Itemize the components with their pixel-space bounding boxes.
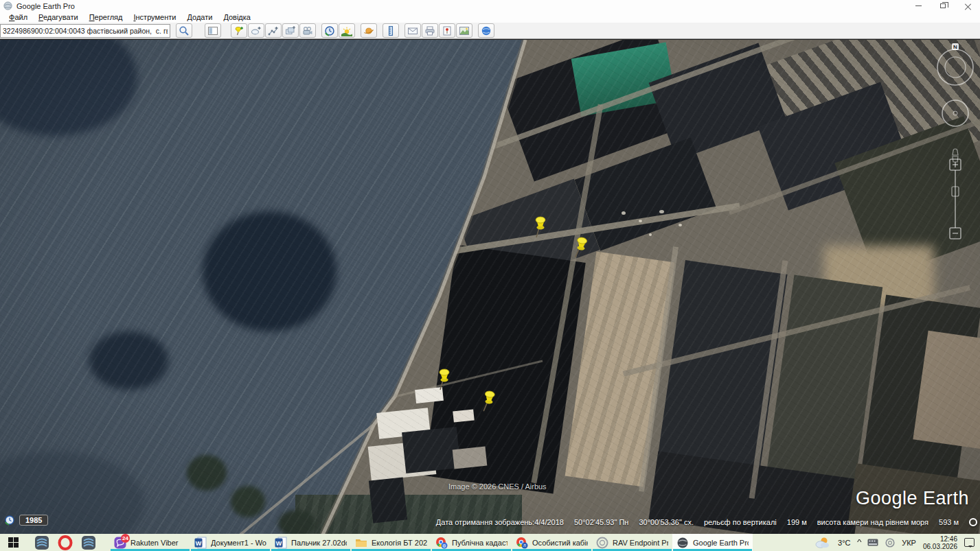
title-bar: Google Earth Pro [0,0,980,12]
compass-ring [937,49,973,85]
taskbar: 24 Rakuten Viber W Документ1 - Word W Па… [0,534,980,551]
start-button[interactable] [0,534,26,551]
pushpin-2[interactable] [569,234,593,261]
ruler-button[interactable] [383,23,399,38]
ruler-icon [385,25,396,36]
nav-controls[interactable]: N [933,41,977,254]
taskbar-rav[interactable]: RAV Endpoint Prote... [592,534,672,551]
wave-app-icon[interactable] [34,535,49,550]
menu-bar: Файл Редагувати Перегляд Інструменти Дод… [0,12,980,23]
svg-text:W: W [276,539,282,546]
word-icon: W [194,537,207,549]
tray-chevron-icon[interactable]: ^ [857,539,862,546]
email-button[interactable] [404,23,421,38]
add-placemark-button[interactable] [231,23,247,38]
homestead-cluster [350,369,543,534]
historical-imagery-icon [324,25,335,36]
menu-view[interactable]: Перегляд [84,12,128,22]
record-tour-button[interactable] [299,23,316,38]
view-in-maps-button[interactable] [456,23,472,38]
camera-altitude-value: 593 м [939,518,959,526]
viber-badge: 24 [121,534,130,543]
taskbar-chrome-cadastre[interactable]: ⚙ Публічна кадастр... [431,534,512,551]
save-image-button[interactable] [439,23,455,38]
taskbar-google-earth[interactable]: Google Earth Pro [672,534,753,551]
map-viewport[interactable]: N 1985 Image © 2026 CNES / Airbus Google… [0,39,980,534]
save-image-icon [442,25,453,36]
menu-edit[interactable]: Редагувати [34,12,83,22]
menu-help[interactable]: Довідка [218,12,255,22]
windows-logo-icon [8,537,19,548]
history-year: 1985 [19,515,48,526]
add-image-overlay-button[interactable] [282,23,299,38]
menu-tools[interactable]: Інструменти [128,12,181,22]
google-earth-watermark: Google Earth [856,488,969,509]
taskbar-chrome-cabinet[interactable]: л Особистий кабіне... [512,534,592,551]
sunlight-icon [341,25,352,36]
sunlight-button[interactable] [339,23,355,38]
longitude: 30°00'53.36" сх. [639,518,694,526]
wave-app-icon[interactable] [81,535,96,550]
add-path-icon [268,25,279,36]
pushpin-4[interactable] [477,388,501,414]
search-input[interactable] [0,24,170,38]
window-title: Google Earth Pro [16,2,75,10]
menu-file[interactable]: Файл [4,12,32,22]
imagery-attribution: Image © 2026 CNES / Airbus [448,482,547,491]
google-earth-window: Google Earth Pro Файл Редагувати Перегля… [0,0,980,551]
compass-north-label: N [953,44,957,50]
taskbar-word-doc1[interactable]: W Документ1 - Word [190,534,271,551]
add-placemark-icon [233,25,244,36]
historical-imagery-button[interactable] [321,23,338,38]
restore-button[interactable] [931,0,955,12]
historical-imagery-badge[interactable]: 1985 [4,515,48,526]
print-button[interactable] [422,23,438,38]
folder-icon [355,537,367,549]
search-button[interactable] [176,23,192,38]
rav-icon [596,537,608,549]
pushpin-3[interactable] [434,367,455,392]
pushpin-1[interactable] [530,215,551,239]
google-earth-logo-icon [3,1,12,10]
chrome-profile-icon: л [516,537,528,549]
weather-icon[interactable] [814,537,831,549]
toolbar [0,23,980,39]
taskbar-folder-ecology[interactable]: Екологія БТ 2020 [351,534,431,551]
opera-icon[interactable] [58,535,73,550]
email-icon [407,25,418,36]
planets-button[interactable] [361,23,377,38]
sidebar-toggle-icon [207,25,218,36]
chrome-gear-icon: ⚙ [435,537,448,549]
pegman-icon [953,149,958,162]
planets-icon [363,25,374,36]
restore-icon [940,3,946,8]
taskbar-viber[interactable]: 24 Rakuten Viber [110,534,190,551]
historical-imagery-icon [4,515,15,526]
add-image-overlay-icon [285,25,296,36]
close-button[interactable] [955,0,980,12]
earth-view-button[interactable] [478,23,494,38]
search-icon [179,25,190,36]
temperature[interactable]: 3°C [838,539,850,547]
word-icon: W [275,537,287,549]
record-tour-icon [302,25,313,36]
language-indicator[interactable]: УКР [902,539,916,547]
svg-text:л: л [523,543,526,548]
earth-icon [481,25,492,36]
minimize-button[interactable] [906,0,931,12]
close-icon [965,3,971,9]
add-polygon-button[interactable] [248,23,264,38]
elevation-label: рельєф по вертикалі [704,518,777,526]
svg-text:W: W [196,539,202,546]
keyboard-tray-icon[interactable] [867,539,878,546]
tray-time: 12:46 [923,535,957,543]
status-bar: Дата отримання зображень:4/4/2018 50°02'… [436,516,977,528]
rav-tray-icon[interactable] [885,538,895,548]
add-path-button[interactable] [265,23,282,38]
imagery-date: Дата отримання зображень:4/4/2018 [436,518,564,526]
taskbar-word-palchyk[interactable]: W Пальчик 27.02doc... [271,534,351,551]
action-center-icon[interactable] [964,538,975,547]
menu-add[interactable]: Додати [182,12,217,22]
clock[interactable]: 12:46 06.03.2026 [923,535,957,550]
sidebar-toggle-button[interactable] [205,23,221,38]
